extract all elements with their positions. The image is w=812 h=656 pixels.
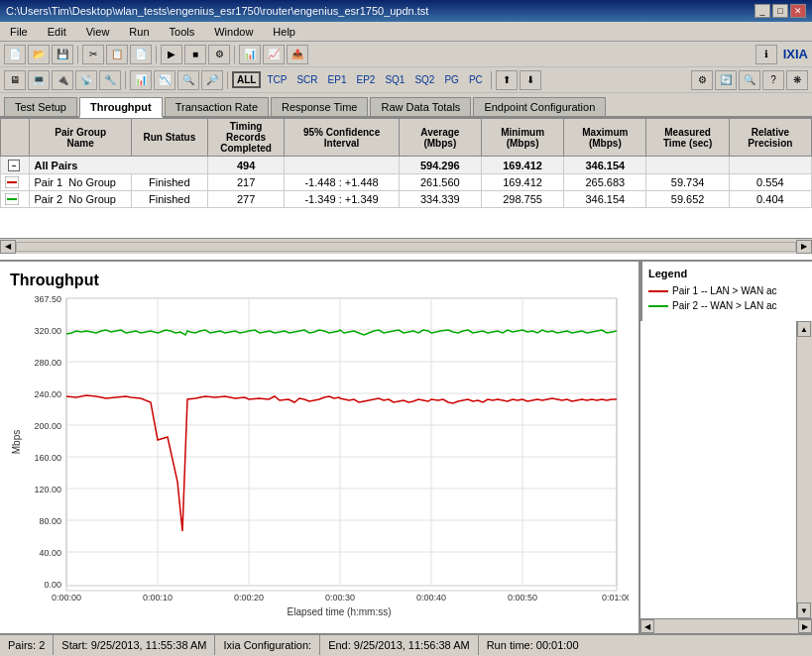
- menu-window[interactable]: Window: [208, 24, 259, 40]
- tb2-btn9[interactable]: 🔎: [201, 70, 223, 90]
- window-controls: _ □ ✕: [754, 4, 806, 18]
- scr-button[interactable]: SCR: [292, 73, 321, 86]
- close-button[interactable]: ✕: [790, 4, 806, 18]
- svg-text:120.00: 120.00: [34, 485, 61, 494]
- all-pairs-time: [646, 157, 729, 174]
- col-relative-precision: RelativePrecision: [729, 119, 811, 157]
- sq1-button[interactable]: SQ1: [381, 73, 408, 86]
- data-table-container[interactable]: Pair GroupName Run Status Timing Records…: [0, 118, 812, 262]
- results-table: Pair GroupName Run Status Timing Records…: [0, 118, 812, 208]
- export-button[interactable]: 📤: [287, 45, 308, 64]
- status-start: Start: 9/25/2013, 11:55:38 AM: [54, 635, 215, 655]
- status-runtime: Run time: 00:01:00: [479, 635, 587, 655]
- scroll-down-btn[interactable]: ▼: [797, 602, 811, 618]
- pair2-icon-cell: [1, 191, 30, 208]
- separator-3: [234, 46, 235, 63]
- upload-button[interactable]: ⬆: [496, 70, 518, 90]
- pair2-row: Pair 2 No Group Finished 277 -1.349 : +1…: [1, 191, 812, 208]
- pair2-time: 59.652: [646, 191, 729, 208]
- cut-button[interactable]: ✂: [82, 45, 104, 64]
- tb2-btn6[interactable]: 📊: [130, 70, 152, 90]
- col-maximum: Maximum(Mbps): [564, 119, 646, 157]
- chart-main: Throughput: [0, 262, 638, 633]
- ep1-button[interactable]: EP1: [324, 73, 351, 86]
- main-content: Pair GroupName Run Status Timing Records…: [0, 118, 812, 633]
- menu-help[interactable]: Help: [267, 24, 301, 40]
- all-pairs-row: − All Pairs 494 594.296 169.412 346.154: [1, 157, 812, 174]
- separator-5: [227, 71, 228, 89]
- refresh-button[interactable]: 🔄: [715, 70, 737, 90]
- open-button[interactable]: 📂: [28, 45, 50, 64]
- tab-endpoint-config[interactable]: Endpoint Configuration: [473, 97, 606, 116]
- scroll-up-btn[interactable]: ▲: [797, 321, 811, 337]
- chart-scrollbar-h[interactable]: ◀ ▶: [640, 618, 812, 633]
- pair2-maximum: 346.154: [564, 191, 646, 208]
- svg-text:0:00:00: 0:00:00: [52, 593, 81, 602]
- tb2-btn5[interactable]: 🔧: [99, 70, 121, 90]
- tb2-btn2[interactable]: 💻: [28, 70, 50, 90]
- pair1-records: 217: [207, 174, 285, 191]
- scroll-right-btn[interactable]: ▶: [796, 240, 812, 254]
- separator-2: [156, 46, 157, 63]
- chart-scroll-left[interactable]: ◀: [640, 619, 654, 633]
- chart-legend: Legend Pair 1 -- LAN > WAN ac Pair 2 -- …: [640, 262, 794, 321]
- svg-text:0:00:20: 0:00:20: [234, 593, 264, 602]
- save-button[interactable]: 💾: [52, 45, 73, 64]
- tb2-btn1[interactable]: 🖥: [4, 70, 26, 90]
- tb2-btn4[interactable]: 📡: [75, 70, 97, 90]
- all-protocol-button[interactable]: ALL: [232, 71, 261, 88]
- run-button[interactable]: ▶: [161, 45, 182, 64]
- pair1-icon-cell: [1, 174, 30, 191]
- zoom-button[interactable]: 🔍: [739, 70, 760, 90]
- pg-button[interactable]: PG: [440, 73, 462, 86]
- pair2-status: Finished: [131, 191, 207, 208]
- maximize-button[interactable]: □: [772, 4, 788, 18]
- col-confidence: 95% ConfidenceInterval: [285, 119, 399, 157]
- title-bar: C:\Users\Tim\Desktop\wlan_tests\engenius…: [0, 0, 812, 22]
- pair1-icon: [5, 176, 19, 188]
- tb2-btn8[interactable]: 🔍: [177, 70, 199, 90]
- new-button[interactable]: 📄: [4, 45, 26, 64]
- col-records-completed: Timing RecordsCompleted: [207, 119, 285, 157]
- data-button[interactable]: 📈: [263, 45, 285, 64]
- ep2-button[interactable]: EP2: [352, 73, 379, 86]
- tab-transaction-rate[interactable]: Transaction Rate: [165, 97, 269, 116]
- pc-button[interactable]: PC: [465, 73, 487, 86]
- table-scrollbar-h[interactable]: ◀ ▶: [0, 238, 812, 254]
- menu-run[interactable]: Run: [123, 24, 155, 40]
- flower-button[interactable]: ❋: [786, 70, 808, 90]
- settings-button2[interactable]: ⚙: [691, 70, 713, 90]
- menu-edit[interactable]: Edit: [42, 24, 72, 40]
- download-button[interactable]: ⬇: [520, 70, 541, 90]
- tab-response-time[interactable]: Response Time: [271, 97, 368, 116]
- tab-test-setup[interactable]: Test Setup: [4, 97, 77, 116]
- sq2-button[interactable]: SQ2: [410, 73, 438, 86]
- legend-pair2-line: [648, 304, 668, 308]
- paste-button[interactable]: 📄: [130, 45, 152, 64]
- scroll-left-btn[interactable]: ◀: [0, 240, 16, 254]
- svg-text:Elapsed time (h:mm:ss): Elapsed time (h:mm:ss): [287, 606, 391, 617]
- chart-scrollbar-v[interactable]: ▲ ▼: [796, 321, 812, 618]
- tab-raw-data-totals[interactable]: Raw Data Totals: [370, 97, 471, 116]
- minimize-button[interactable]: _: [754, 4, 770, 18]
- separator-4: [125, 71, 126, 89]
- pair2-average: 334.339: [399, 191, 481, 208]
- chart-scroll-right[interactable]: ▶: [798, 619, 812, 633]
- all-pairs-expand[interactable]: −: [1, 157, 30, 174]
- help-icon-button[interactable]: ?: [762, 70, 784, 90]
- chart-button[interactable]: 📊: [239, 45, 261, 64]
- menu-file[interactable]: File: [4, 24, 34, 40]
- tcp-button[interactable]: TCP: [263, 73, 290, 86]
- copy-button[interactable]: 📋: [106, 45, 128, 64]
- toolbar-2: 🖥 💻 🔌 📡 🔧 📊 📉 🔍 🔎 ALL TCP SCR EP1 EP2 SQ…: [0, 67, 812, 93]
- chart-title: Throughput: [10, 272, 629, 289]
- tab-throughput[interactable]: Throughput: [79, 97, 163, 118]
- menu-view[interactable]: View: [80, 24, 116, 40]
- menu-tools[interactable]: Tools: [164, 24, 201, 40]
- pair1-confidence: -1.448 : +1.448: [285, 174, 399, 191]
- tb2-btn7[interactable]: 📉: [154, 70, 175, 90]
- stop-button[interactable]: ■: [184, 45, 206, 64]
- config-button[interactable]: ⚙: [208, 45, 230, 64]
- info-button[interactable]: ℹ: [755, 45, 777, 64]
- tb2-btn3[interactable]: 🔌: [52, 70, 73, 90]
